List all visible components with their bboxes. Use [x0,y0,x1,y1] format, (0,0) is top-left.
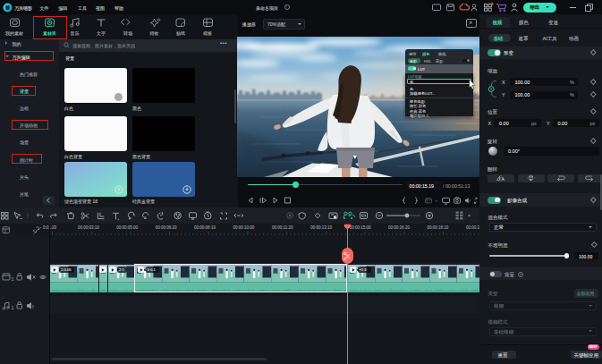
svg-text:1: 1 [12,276,14,282]
svg-text:1: 1 [12,305,14,310]
